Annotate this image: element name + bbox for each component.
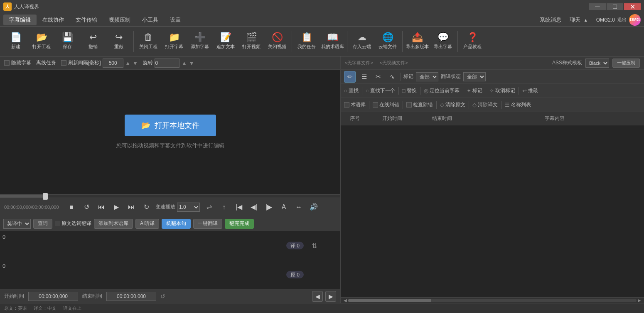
tb-new[interactable]: 📄 新建 bbox=[3, 28, 28, 55]
stop-button[interactable]: ■ bbox=[66, 201, 77, 213]
tb-term-library[interactable]: 📖 我的术语库 bbox=[320, 28, 345, 55]
minimize-button[interactable]: ─ bbox=[589, 3, 606, 10]
trans-state-select[interactable]: 全部 bbox=[463, 72, 486, 81]
font-size-button[interactable]: A bbox=[278, 201, 290, 213]
rotate-down-arrow[interactable]: ▼ bbox=[189, 60, 194, 66]
original-pane[interactable]: 0 原 0 bbox=[0, 260, 340, 289]
clear-trans-action[interactable]: ◇ 清除译文 bbox=[472, 101, 498, 108]
menu-subtitle-edit[interactable]: 字幕编辑 bbox=[3, 15, 37, 25]
tb-my-tasks[interactable]: 📋 我的任务 bbox=[294, 28, 319, 55]
align-center-button[interactable]: ⇌ bbox=[203, 201, 215, 213]
menu-settings[interactable]: 设置 bbox=[164, 15, 187, 25]
maximize-button[interactable]: □ bbox=[607, 3, 623, 10]
list-mode-button[interactable]: ☰ bbox=[358, 71, 370, 83]
tb-upload-cloud[interactable]: ☁ 存入云端 bbox=[349, 28, 374, 55]
tb-export-multi[interactable]: 📤 导出多版本 bbox=[405, 28, 430, 55]
error-check-checkbox[interactable] bbox=[406, 102, 412, 108]
menu-online-collab[interactable]: 在线协作 bbox=[37, 15, 70, 25]
clear-orig-action[interactable]: ◇ 清除原文 bbox=[440, 101, 465, 108]
timeline-bar[interactable] bbox=[0, 194, 340, 198]
chat-link[interactable]: 聊天 ▲ bbox=[570, 16, 588, 24]
machine-trans-button[interactable]: 机翻本句 bbox=[162, 219, 191, 229]
rotate-up-arrow[interactable]: ▲ bbox=[181, 60, 187, 66]
volume-button[interactable]: 🔊 bbox=[308, 201, 320, 213]
hide-subtitle-checkbox[interactable]: 隐藏字幕 bbox=[4, 59, 31, 66]
one-key-compress-button[interactable]: 一键压制 bbox=[612, 59, 640, 68]
scroll-right-arrow[interactable]: ▶ bbox=[637, 298, 642, 303]
mark-action[interactable]: ✦ 标记 bbox=[467, 87, 482, 94]
term-lib-checkbox[interactable] bbox=[344, 102, 349, 108]
close-button[interactable]: ✕ bbox=[624, 3, 641, 10]
ai-listen-button[interactable]: AI听译 bbox=[135, 219, 159, 229]
prev-subtitle-button[interactable]: ◀ bbox=[312, 291, 323, 302]
end-time-input[interactable] bbox=[106, 292, 156, 301]
tb-close-video[interactable]: 🚫 关闭视频 bbox=[265, 28, 290, 55]
tb-redo[interactable]: ↪ 重做 bbox=[106, 28, 131, 55]
wave-mode-button[interactable]: ∿ bbox=[386, 71, 398, 83]
menu-video-compress[interactable]: 视频压制 bbox=[103, 15, 136, 25]
tb-tutorial[interactable]: ❓ 产品教程 bbox=[460, 28, 485, 55]
scrollbar-thumb[interactable] bbox=[348, 299, 431, 302]
term-lib-action[interactable]: 术语库 bbox=[344, 101, 366, 108]
edit-mode-button[interactable]: ✏ bbox=[344, 71, 356, 83]
unmark-action[interactable]: ✧ 取消标记 bbox=[489, 87, 515, 94]
add-term-button[interactable]: 添加到术语库 bbox=[94, 219, 133, 229]
logout-button[interactable]: 退出 bbox=[617, 17, 627, 23]
rotate-input[interactable] bbox=[155, 59, 179, 68]
speed-select[interactable]: 1.0 0.5 0.75 1.25 1.5 2.0 bbox=[177, 203, 200, 212]
find-next-action[interactable]: ○ 查找下一个 bbox=[366, 87, 395, 94]
tb-save[interactable]: 💾 保存 bbox=[55, 28, 80, 55]
refresh-down-arrow[interactable]: ▼ bbox=[133, 60, 138, 66]
refresh-up-arrow[interactable]: ▲ bbox=[125, 60, 131, 66]
tb-add-subtitle[interactable]: ➕ 添加字幕 bbox=[187, 28, 212, 55]
style-select[interactable]: Black bbox=[585, 59, 609, 68]
start-time-input[interactable] bbox=[28, 292, 78, 301]
error-check-action[interactable]: 检查除错 bbox=[406, 101, 433, 108]
menu-tools[interactable]: 小工具 bbox=[136, 15, 164, 25]
tb-append-text[interactable]: 📝 追加文本 bbox=[213, 28, 238, 55]
scroll-left-arrow[interactable]: ◀ bbox=[342, 298, 348, 303]
tb-close-project[interactable]: 🗑 关闭工程 bbox=[136, 28, 161, 55]
find-action[interactable]: ○ 查找 bbox=[344, 87, 359, 94]
online-check-checkbox[interactable] bbox=[373, 102, 378, 108]
lang-select[interactable]: 英译中 bbox=[3, 219, 31, 229]
locate-action[interactable]: ◎ 定位当前字幕 bbox=[424, 87, 460, 94]
mark-select[interactable]: 全部 bbox=[416, 72, 438, 81]
polish-action[interactable]: ↩ 推敲 bbox=[522, 87, 538, 94]
tb-export-subtitle[interactable]: 💬 导出字幕 bbox=[430, 28, 455, 55]
play-button[interactable]: ▶ bbox=[111, 201, 122, 213]
tb-open-project[interactable]: 📂 打开工程 bbox=[29, 28, 54, 55]
trans-done-button[interactable]: 翻完完成 bbox=[225, 219, 254, 229]
back-frame-button[interactable]: ⏮ bbox=[96, 201, 107, 213]
swap-icon[interactable]: ⇅ bbox=[312, 242, 317, 249]
lookup-word-button[interactable]: 查词 bbox=[33, 219, 52, 229]
stretch-button[interactable]: ↔ bbox=[293, 201, 305, 213]
tb-cloud-files[interactable]: 🌐 云端文件 bbox=[375, 28, 400, 55]
tb-open-video[interactable]: 🎬 打开视频 bbox=[239, 28, 264, 55]
tb-undo[interactable]: ↩ 撤销 bbox=[81, 28, 106, 55]
align-start-button[interactable]: ◀| bbox=[248, 201, 260, 213]
system-messages-link[interactable]: 系统消息 bbox=[540, 16, 561, 24]
timeline-thumb[interactable] bbox=[43, 193, 48, 200]
open-local-file-button[interactable]: 📂 打开本地文件 bbox=[125, 115, 216, 136]
align-left-button[interactable]: |◀ bbox=[233, 201, 245, 213]
forward-frame-button[interactable]: ⏭ bbox=[125, 201, 137, 213]
refresh-checkbox[interactable] bbox=[61, 60, 66, 66]
online-check-action[interactable]: 在线纠错 bbox=[373, 101, 399, 108]
cut-mode-button[interactable]: ✂ bbox=[372, 71, 384, 83]
tb-open-subtitle[interactable]: 📁 打开字幕 bbox=[162, 28, 187, 55]
time-refresh-icon[interactable]: ↺ bbox=[160, 293, 165, 300]
forward-5s-button[interactable]: ↻ bbox=[140, 201, 152, 213]
one-key-trans-button[interactable]: 一键翻译 bbox=[193, 219, 222, 229]
align-up-button[interactable]: ↑ bbox=[218, 201, 230, 213]
replace-action[interactable]: □ 替换 bbox=[402, 87, 417, 94]
next-subtitle-button[interactable]: ▶ bbox=[325, 291, 336, 302]
scrollbar-track[interactable] bbox=[348, 299, 637, 302]
name-list-action[interactable]: ☰ 名称列表 bbox=[505, 101, 531, 108]
translation-pane[interactable]: 0 译 0 ⇅ bbox=[0, 231, 340, 260]
menu-file-transfer[interactable]: 文件传输 bbox=[70, 15, 103, 25]
rewind-5s-button[interactable]: ↺ bbox=[81, 201, 92, 213]
align-end-button[interactable]: |▶ bbox=[263, 201, 275, 213]
select-trans-checkbox[interactable]: 原文选词翻译 bbox=[55, 220, 91, 227]
refresh-input[interactable] bbox=[103, 59, 123, 68]
